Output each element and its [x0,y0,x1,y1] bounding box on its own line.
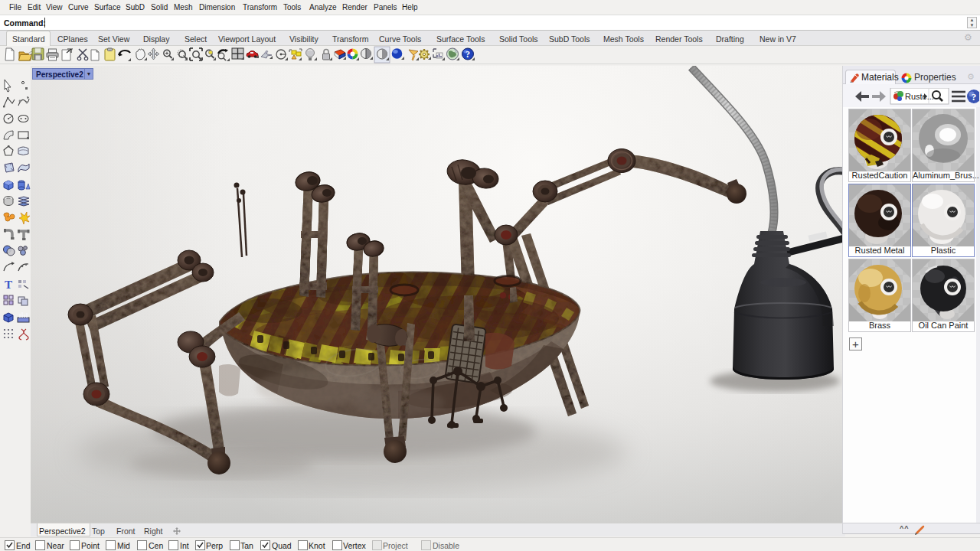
svg-text:Ruste...: Ruste... [905,92,934,101]
svg-text:T: T [5,279,12,291]
svg-text:?: ? [466,49,470,60]
svg-text:?: ? [972,91,977,103]
